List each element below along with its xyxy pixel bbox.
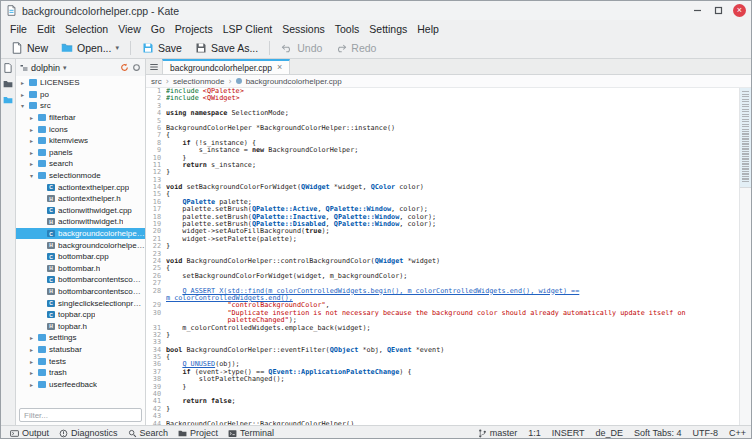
collapse-arrow-icon[interactable]: ▾: [28, 172, 35, 179]
code-line[interactable]: 5: [146, 118, 739, 125]
terminal-button[interactable]: Terminal: [224, 427, 278, 439]
tree-item-po[interactable]: ▸po: [16, 89, 145, 101]
redo-button[interactable]: Redo: [329, 40, 382, 56]
filter-input[interactable]: [19, 408, 142, 422]
menu-file[interactable]: File: [5, 23, 32, 35]
tree-item-topbar-h[interactable]: Htopbar.h: [16, 320, 145, 332]
expand-arrow-icon[interactable]: ▸: [28, 149, 35, 156]
menu-settings[interactable]: Settings: [364, 23, 412, 35]
code-line[interactable]: 9 s_instance = new BackgroundColorHelper…: [146, 147, 739, 154]
code-line[interactable]: 29 "controlBackgroundColor",: [146, 302, 739, 309]
syntax-mode[interactable]: C++: [729, 428, 746, 438]
code-line[interactable]: 28 Q_ASSERT_X(std::find(m_colorControlle…: [146, 288, 739, 295]
tree-item-statusbar[interactable]: ▸statusbar: [16, 344, 145, 356]
tree-item-filterbar[interactable]: ▸filterbar: [16, 112, 145, 124]
tree-item-backgroundcolorhelper-h[interactable]: Hbackgroundcolorhelper.h: [16, 239, 145, 251]
git-branch-indicator[interactable]: master: [478, 428, 518, 438]
save-as-button[interactable]: Save As...: [189, 40, 264, 56]
tab-close-icon[interactable]: ×: [277, 63, 282, 72]
reload-project-button[interactable]: [120, 63, 129, 72]
code-line[interactable]: 4using namespace SelectionMode;: [146, 110, 739, 117]
menu-go[interactable]: Go: [146, 23, 170, 35]
tree-item-actiontexthelper-cpp[interactable]: Cactiontexthelper.cpp: [16, 181, 145, 193]
code-line[interactable]: 30 "Duplicate insertion is not necessary…: [146, 310, 739, 317]
tab-backgroundcolorhelper[interactable]: backgroundcolorhelper.cpp ×: [162, 59, 290, 74]
code-line[interactable]: paletteChanged");: [146, 317, 739, 324]
code-line[interactable]: 41 return false;: [146, 398, 739, 405]
code-line[interactable]: 24void BackgroundColorHelper::controlBac…: [146, 258, 739, 265]
code-line[interactable]: 16 QPalette palette;: [146, 199, 739, 206]
menu-view[interactable]: View: [113, 23, 146, 35]
expand-arrow-icon[interactable]: ▸: [28, 369, 35, 376]
breadcrumb-src[interactable]: src: [151, 77, 162, 86]
code-line[interactable]: 2#include <QWidget>: [146, 95, 739, 102]
code-line[interactable]: 8 if (!s_instance) {: [146, 140, 739, 147]
expand-arrow-icon[interactable]: ▸: [28, 160, 35, 167]
menu-edit[interactable]: Edit: [32, 23, 60, 35]
tree-item-icons[interactable]: ▸icons: [16, 123, 145, 135]
filesystem-browser-icon[interactable]: [3, 79, 13, 89]
tree-item-search[interactable]: ▸search: [16, 158, 145, 170]
tree-item-kitemviews[interactable]: ▸kitemviews: [16, 135, 145, 147]
project-button[interactable]: Project: [174, 427, 222, 439]
code-line[interactable]: 38 slotPaletteChanged();: [146, 376, 739, 383]
menu-sessions[interactable]: Sessions: [277, 23, 330, 35]
projects-icon[interactable]: [3, 95, 13, 105]
expand-arrow-icon[interactable]: ▸: [28, 346, 35, 353]
tree-item-src[interactable]: ▾src: [16, 100, 145, 112]
code-line[interactable]: 36 Q_UNUSED(obj);: [146, 361, 739, 368]
code-line[interactable]: 1#include <QPalette>: [146, 88, 739, 95]
expand-arrow-icon[interactable]: ▸: [19, 91, 26, 98]
breadcrumb-selectionmode[interactable]: selectionmode: [173, 77, 225, 86]
code-line[interactable]: 43: [146, 413, 739, 420]
tree-item-actiontexthelper-h[interactable]: Hactiontexthelper.h: [16, 193, 145, 205]
expand-arrow-icon[interactable]: ▸: [28, 126, 35, 133]
code-line[interactable]: 32}: [146, 332, 739, 339]
code-line[interactable]: 6BackgroundColorHelper *BackgroundColorH…: [146, 125, 739, 132]
code-line[interactable]: 14void setBackgroundColorForWidget(QWidg…: [146, 184, 739, 191]
tree-item-tests[interactable]: ▸tests: [16, 355, 145, 367]
code-line[interactable]: 39 }: [146, 384, 739, 391]
expand-arrow-icon[interactable]: ▸: [28, 137, 35, 144]
code-line[interactable]: 15{: [146, 191, 739, 198]
undo-button[interactable]: Undo: [275, 40, 328, 56]
menu-selection[interactable]: Selection: [60, 23, 113, 35]
menu-help[interactable]: Help: [412, 23, 444, 35]
code-line[interactable]: 3: [146, 103, 739, 110]
document-list-icon[interactable]: [146, 59, 162, 74]
tree-item-selectionmode[interactable]: ▾selectionmode: [16, 170, 145, 182]
expand-arrow-icon[interactable]: ▸: [19, 79, 26, 86]
expand-arrow-icon[interactable]: ▸: [28, 358, 35, 365]
breadcrumb-file[interactable]: backgroundcolorhelper.cpp: [246, 77, 342, 86]
tree-item-actionwithwidget-h[interactable]: Hactionwithwidget.h: [16, 216, 145, 228]
code-line[interactable]: 44BackgroundColorHelper::BackgroundColor…: [146, 421, 739, 425]
close-button[interactable]: ×: [733, 4, 746, 17]
menu-lsp-client[interactable]: LSP Client: [218, 23, 277, 35]
tree-item-bottombar-h[interactable]: Hbottombar.h: [16, 263, 145, 275]
code-line[interactable]: 21 widget->setPalette(palette);: [146, 236, 739, 243]
save-button[interactable]: Save: [136, 40, 188, 56]
tree-item-trash[interactable]: ▸trash: [16, 367, 145, 379]
tree-item-panels[interactable]: ▸panels: [16, 147, 145, 159]
menu-tools[interactable]: Tools: [330, 23, 365, 35]
code-line[interactable]: 34bool BackgroundColorHelper::eventFilte…: [146, 347, 739, 354]
search-button[interactable]: Search: [124, 427, 173, 439]
minimap-scrollbar[interactable]: [739, 88, 751, 425]
code-line[interactable]: 23: [146, 251, 739, 258]
code-line[interactable]: 42}: [146, 406, 739, 413]
code-line[interactable]: 22}: [146, 243, 739, 250]
code-line[interactable]: 33: [146, 339, 739, 346]
code-line[interactable]: 10 }: [146, 155, 739, 162]
insert-mode[interactable]: INSERT: [552, 428, 585, 438]
code-line[interactable]: 11 return s_instance;: [146, 162, 739, 169]
project-selector[interactable]: dolphin: [31, 63, 60, 73]
minimize-button[interactable]: [691, 4, 704, 17]
tree-item-userfeedback[interactable]: ▸userfeedback: [16, 378, 145, 390]
maximize-button[interactable]: [712, 4, 725, 17]
expand-arrow-icon[interactable]: ▸: [28, 381, 35, 388]
dictionary[interactable]: de_DE: [596, 428, 624, 438]
code-line[interactable]: 35{: [146, 354, 739, 361]
tree-item-singleclickselectionproxy[interactable]: Csingleclickselectionproxy...: [16, 297, 145, 309]
tree-item-bottombarcontentscont[interactable]: Cbottombarcontentscont...: [16, 274, 145, 286]
expand-arrow-icon[interactable]: ▸: [28, 334, 35, 341]
